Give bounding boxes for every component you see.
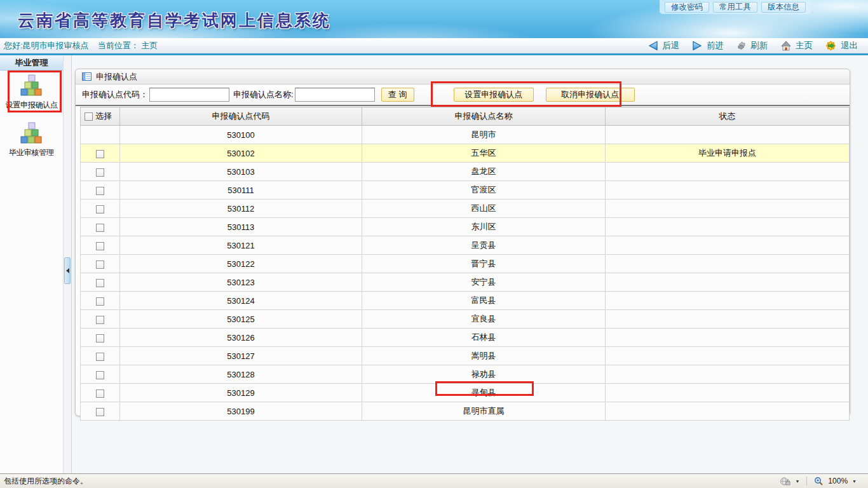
row-status-cell (606, 402, 850, 421)
row-checkbox[interactable] (96, 297, 104, 306)
table-row: 530100昆明市 (81, 126, 850, 144)
table-row: 530122晋宁县 (81, 255, 850, 273)
row-status-cell (606, 255, 850, 273)
row-checkbox[interactable] (96, 371, 104, 379)
row-code-cell: 530199 (120, 402, 362, 421)
row-select-cell (81, 126, 120, 144)
row-select-cell (81, 144, 120, 163)
home-button[interactable]: 主页 (780, 40, 813, 51)
splitter[interactable] (64, 55, 72, 473)
row-code-cell: 530127 (120, 347, 362, 365)
row-status-cell (606, 181, 850, 200)
exit-label: 退出 (841, 40, 858, 51)
table-row: 530123安宁县 (81, 273, 850, 292)
select-column-header: 选择 (81, 107, 120, 126)
table-row: 530124富民县 (81, 292, 850, 310)
row-code-cell: 530112 (120, 200, 362, 218)
row-name-cell: 昆明市 (362, 126, 606, 144)
cancel-confirmation-point-button[interactable]: 取消申报确认点 (546, 88, 635, 102)
row-checkbox[interactable] (96, 168, 104, 177)
row-status-cell (606, 347, 850, 365)
row-checkbox[interactable] (96, 205, 104, 214)
confirmation-point-panel: 申报确认点 申报确认点代码： 申报确认点名称: 查 询 设置申报确认点 取消申报… (75, 69, 850, 416)
version-info-button[interactable]: 版本信息 (761, 2, 806, 13)
exit-icon (825, 41, 837, 51)
toolbar: 您好:昆明市申报审核点 当前位置： 主页 后退 前进 (0, 38, 868, 55)
row-select-cell (81, 218, 120, 236)
banner: 云南省高等教育自学考试网上信息系统 修改密码 常用工具 版本信息 (0, 0, 868, 38)
zoom-dropdown-caret[interactable]: ▼ (852, 479, 857, 484)
row-name-cell: 五华区 (362, 144, 606, 163)
row-select-cell (81, 402, 120, 421)
row-status-cell (606, 273, 850, 292)
row-checkbox[interactable] (96, 390, 104, 398)
table-body: 530100昆明市530102五华区毕业申请申报点530103盘龙区530111… (81, 126, 850, 421)
select-all-checkbox[interactable] (85, 112, 93, 121)
home-label: 主页 (796, 40, 813, 51)
row-select-cell (81, 347, 120, 365)
row-checkbox[interactable] (96, 408, 104, 416)
row-name-cell: 富民县 (362, 292, 606, 310)
main-content: 申报确认点 申报确认点代码： 申报确认点名称: 查 询 设置申报确认点 取消申报… (72, 55, 868, 473)
top-button-strip: 修改密码 常用工具 版本信息 (660, 0, 811, 14)
row-code-cell: 530100 (120, 126, 362, 144)
change-password-button[interactable]: 修改密码 (665, 2, 709, 13)
status-separator (806, 477, 807, 485)
row-code-cell: 530111 (120, 181, 362, 200)
row-checkbox[interactable] (96, 279, 104, 287)
panel-header: 申报确认点 (76, 69, 850, 85)
row-name-cell: 西山区 (362, 200, 606, 218)
row-checkbox[interactable] (96, 316, 104, 324)
cubes-icon (20, 122, 43, 144)
application-window: 云南省高等教育自学考试网上信息系统 修改密码 常用工具 版本信息 您好:昆明市申… (0, 0, 868, 488)
cubes-icon (20, 74, 43, 96)
row-name-cell: 寻甸县 (362, 384, 606, 402)
row-select-cell (81, 163, 120, 181)
row-select-cell (81, 236, 120, 255)
back-label: 后退 (662, 40, 679, 51)
back-button[interactable]: 后退 (648, 40, 679, 51)
row-status-cell (606, 329, 850, 347)
set-confirmation-point-button[interactable]: 设置申报确认点 (454, 88, 534, 102)
exit-button[interactable]: 退出 (825, 40, 858, 51)
row-checkbox[interactable] (96, 187, 104, 195)
row-name-cell: 呈贡县 (362, 236, 606, 255)
name-input[interactable] (295, 88, 375, 102)
name-column-header: 申报确认点名称 (362, 107, 606, 126)
refresh-label: 刷新 (750, 40, 768, 51)
row-checkbox[interactable] (96, 150, 104, 158)
table-row: 530102五华区毕业申请申报点 (81, 144, 850, 163)
row-status-cell (606, 126, 850, 144)
row-select-cell (81, 310, 120, 329)
select-column-label: 选择 (95, 111, 112, 121)
splitter-collapse-handle[interactable] (64, 257, 71, 284)
refresh-icon (736, 41, 747, 51)
table-header-row: 选择 申报确认点代码 申报确认点名称 状态 (81, 107, 850, 126)
row-checkbox[interactable] (96, 224, 104, 232)
row-status-cell (606, 310, 850, 329)
row-checkbox[interactable] (96, 261, 104, 269)
row-status-cell (606, 384, 850, 402)
common-tools-button[interactable]: 常用工具 (713, 2, 757, 13)
row-checkbox[interactable] (96, 353, 104, 361)
refresh-button[interactable]: 刷新 (736, 40, 768, 51)
row-code-cell: 530123 (120, 273, 362, 292)
panel-title: 申报确认点 (96, 71, 137, 83)
row-status-cell (606, 218, 850, 236)
table-row: 530126石林县 (81, 329, 850, 347)
row-status-cell (606, 200, 850, 218)
table-row: 530103盘龙区 (81, 163, 850, 181)
row-checkbox[interactable] (96, 334, 104, 342)
table-row: 530113东川区 (81, 218, 850, 236)
table-row: 530128禄劝县 (81, 365, 850, 384)
zoom-level-value[interactable]: 100% (828, 477, 848, 485)
row-name-cell: 禄劝县 (362, 365, 606, 384)
sidebar-item-graduation-review[interactable]: 毕业审核管理 (0, 122, 63, 158)
row-checkbox[interactable] (96, 242, 104, 250)
code-input[interactable] (149, 88, 229, 102)
sidebar-item-set-confirmation-point[interactable]: 设置申报确认点 (0, 74, 63, 111)
row-code-cell: 530102 (120, 144, 362, 163)
forward-button[interactable]: 前进 (692, 40, 724, 51)
globe-dropdown-caret[interactable]: ▼ (795, 479, 799, 484)
query-button[interactable]: 查 询 (381, 88, 414, 102)
